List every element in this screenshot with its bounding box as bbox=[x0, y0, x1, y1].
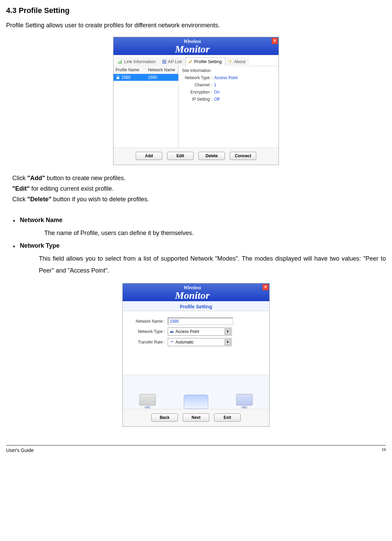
instruction-delete: Click "Delete" button if you wish to del… bbox=[12, 196, 386, 203]
label-ip-setting: IP Setting : bbox=[182, 97, 214, 102]
add-button[interactable]: Add bbox=[136, 152, 162, 160]
tab-profile-setting[interactable]: Profile Setting bbox=[185, 57, 225, 66]
network-type-select[interactable]: Access Point ▼ bbox=[168, 327, 232, 336]
laptop-icon: ABC bbox=[236, 394, 253, 409]
label-network-type: Network Type : bbox=[127, 329, 168, 334]
instruction-edit: "Edit" for editing current exist profile… bbox=[12, 185, 386, 192]
value-network-type: Access Point bbox=[214, 75, 238, 80]
lock-icon bbox=[116, 75, 120, 80]
page-number: 19 bbox=[382, 448, 386, 453]
label-network-name: Network Name : bbox=[127, 319, 168, 324]
value-encryption: On bbox=[214, 90, 220, 94]
bullet-network-name-body: The name of Profile, users can define it… bbox=[44, 227, 386, 239]
wireless-monitor-window: Wireless Monitor × Link Information AP L… bbox=[113, 37, 279, 165]
instruction-add: Click "Add" button to create new profile… bbox=[12, 175, 386, 182]
tab-label: About bbox=[234, 59, 245, 64]
edit-button[interactable]: Edit bbox=[167, 152, 194, 160]
label-transfer-rate: Transfer Rate : bbox=[127, 340, 168, 345]
logo-line2: Monitor bbox=[175, 290, 210, 301]
connect-button[interactable]: Connect bbox=[230, 152, 256, 160]
tab-ap-list[interactable]: AP List bbox=[160, 57, 186, 66]
back-button[interactable]: Back bbox=[151, 413, 178, 422]
col-profile-name[interactable]: Profile Name bbox=[114, 66, 146, 74]
illustration: ABC ABC bbox=[123, 375, 269, 409]
value-channel: 1 bbox=[214, 83, 216, 87]
close-icon[interactable]: × bbox=[272, 38, 278, 44]
pencil-icon bbox=[188, 59, 193, 64]
label-network-type: Network Type : bbox=[182, 75, 214, 80]
svg-rect-5 bbox=[170, 331, 174, 333]
app-logo: Wireless Monitor bbox=[175, 284, 210, 301]
footer-left: User's Guide bbox=[6, 448, 33, 453]
next-button[interactable]: Next bbox=[183, 413, 209, 422]
bullet-icon: ♦ bbox=[13, 218, 15, 223]
chevron-down-icon[interactable]: ▼ bbox=[225, 328, 231, 335]
tab-about[interactable]: ? About bbox=[225, 57, 249, 66]
chevron-down-icon[interactable]: ▼ bbox=[225, 339, 231, 345]
value-ip-setting: Off bbox=[214, 97, 220, 102]
svg-rect-0 bbox=[162, 60, 166, 61]
col-network-name[interactable]: Network Name bbox=[146, 66, 178, 74]
question-icon: ? bbox=[228, 59, 232, 64]
label-encryption: Encryption : bbox=[182, 90, 214, 94]
window-titlebar: Wireless Monitor × bbox=[123, 283, 269, 301]
list-item[interactable]: 1590 1590 bbox=[114, 74, 178, 81]
svg-rect-1 bbox=[162, 61, 166, 62]
exit-button[interactable]: Exit bbox=[214, 413, 241, 422]
svg-rect-2 bbox=[162, 63, 166, 63]
delete-button[interactable]: Delete bbox=[198, 152, 225, 160]
close-icon[interactable]: × bbox=[262, 284, 269, 290]
dialog-title: Profile Setting bbox=[123, 301, 269, 311]
tab-label: AP List bbox=[168, 59, 182, 64]
network-name-input[interactable] bbox=[168, 318, 233, 325]
laptop-icon: ABC bbox=[139, 394, 156, 409]
refresh-icon bbox=[169, 340, 174, 345]
logo-line2: Monitor bbox=[175, 43, 210, 55]
footer-rule bbox=[6, 445, 386, 445]
svg-text:?: ? bbox=[229, 59, 231, 64]
profile-setting-window: Wireless Monitor × Profile Setting Netwo… bbox=[122, 283, 270, 427]
bullet-network-type-body: This field allows you to select from a l… bbox=[39, 253, 386, 276]
cell-profile-name: 1590 bbox=[121, 75, 131, 80]
app-logo: Wireless Monitor bbox=[175, 38, 210, 54]
window-titlebar: Wireless Monitor × bbox=[114, 37, 278, 55]
svg-rect-4 bbox=[117, 77, 119, 79]
bullet-icon: ♦ bbox=[13, 244, 15, 249]
bullet-network-name-title: Network Name bbox=[20, 217, 62, 224]
select-value: Access Point bbox=[176, 329, 199, 334]
tab-label: Profile Setting bbox=[194, 59, 222, 64]
tab-label: Link Information bbox=[124, 59, 156, 64]
list-icon bbox=[162, 59, 167, 64]
transfer-rate-select[interactable]: Automatic ▼ bbox=[168, 338, 232, 346]
site-info-title: Site Information bbox=[182, 68, 275, 73]
section-heading: 4.3 Profile Setting bbox=[6, 6, 386, 15]
bullet-network-type-title: Network Type bbox=[20, 242, 60, 249]
profile-list: Profile Name Network Name 1590 1590 bbox=[114, 66, 179, 147]
signal-icon bbox=[118, 59, 123, 64]
cell-network-name: 1590 bbox=[146, 74, 178, 81]
tab-link-information[interactable]: Link Information bbox=[116, 57, 160, 66]
select-value: Automatic bbox=[176, 340, 194, 345]
label-channel: Channel : bbox=[182, 83, 214, 87]
router-icon bbox=[184, 395, 208, 409]
intro-paragraph: Profile Setting allows user to create pr… bbox=[6, 21, 386, 29]
access-point-icon bbox=[169, 329, 174, 334]
